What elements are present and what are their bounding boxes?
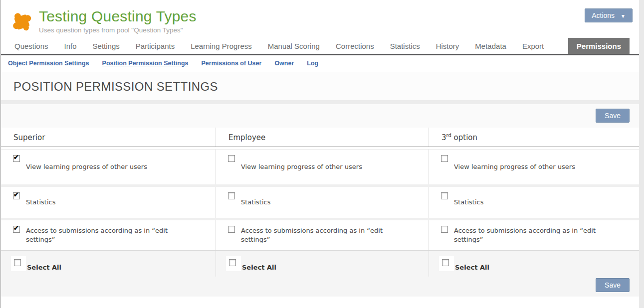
save-button-bottom[interactable]: Save <box>596 278 630 292</box>
title-block: Testing Questing Types Uses question typ… <box>39 8 197 34</box>
subtab-log[interactable]: Log <box>307 60 318 67</box>
cell-superior-access-submissions: ✔ Access to submissions according as in … <box>1 220 215 250</box>
tab-corrections[interactable]: Corrections <box>336 38 374 54</box>
checkbox-employee-access-submissions[interactable]: ✔ <box>228 226 235 233</box>
column-header-row: Superior Employee 3rd option <box>1 128 639 147</box>
permission-label: Statistics <box>26 198 55 207</box>
check-icon: ✔ <box>13 154 19 160</box>
actions-button[interactable]: Actions▼ <box>585 8 633 22</box>
section-heading: POSITION PERMISSION SETTINGS <box>13 80 639 94</box>
footer-band: ✔ Select All ✔ Select All ✔ Select All S… <box>1 250 639 297</box>
checkbox-employee-select-all[interactable]: ✔ <box>229 259 236 266</box>
column-header-employee: Employee <box>215 128 429 147</box>
permission-label: View learning progress of other users <box>241 162 362 171</box>
tab-manual-scoring[interactable]: Manual Scoring <box>268 38 320 54</box>
checkbox-3rd-view-progress[interactable]: ✔ <box>441 155 448 162</box>
heading-band: POSITION PERMISSION SETTINGS <box>1 72 639 100</box>
checkbox-3rd-select-all[interactable]: ✔ <box>442 259 449 266</box>
page: Testing Questing Types Uses question typ… <box>0 0 639 308</box>
actions-button-label: Actions <box>592 11 615 19</box>
select-all-checkbox-frame: ✔ <box>226 256 241 271</box>
checkbox-employee-statistics[interactable]: ✔ <box>228 192 235 199</box>
permission-label: View learning progress of other users <box>454 162 575 171</box>
cell-employee-select-all: ✔ Select All <box>215 251 429 277</box>
column-header-text: 3 <box>441 133 446 142</box>
subtab-object-permission-settings[interactable]: Object Permission Settings <box>8 60 89 67</box>
cell-superior-select-all: ✔ Select All <box>1 251 215 277</box>
permission-label: Access to submissions according as in “e… <box>26 226 191 244</box>
checkbox-employee-view-progress[interactable]: ✔ <box>228 155 235 162</box>
subtab-bar: Object Permission Settings Position Perm… <box>1 55 639 72</box>
column-header-rest: option <box>451 133 477 142</box>
permission-label: View learning progress of other users <box>26 162 147 171</box>
tab-settings[interactable]: Settings <box>93 38 120 54</box>
permission-label: Statistics <box>241 198 270 207</box>
tab-statistics[interactable]: Statistics <box>390 38 420 54</box>
cell-employee-statistics: ✔ Statistics <box>215 187 429 218</box>
puzzle-icon <box>9 9 34 34</box>
cell-3rd-statistics: ✔ Statistics <box>429 187 639 218</box>
column-header-3rd-option: 3rd option <box>429 128 639 147</box>
tab-history[interactable]: History <box>436 38 459 54</box>
column-header-sup: rd <box>446 133 451 138</box>
check-icon: ✔ <box>13 225 19 231</box>
tab-info[interactable]: Info <box>64 38 77 54</box>
column-header-text: Employee <box>228 133 265 142</box>
band-separator <box>1 100 639 104</box>
cell-3rd-select-all: ✔ Select All <box>429 251 639 277</box>
bottom-save-row: Save <box>1 277 639 297</box>
top-toolbar: Save <box>1 104 639 128</box>
select-all-label: Select All <box>455 260 489 271</box>
save-button-top[interactable]: Save <box>596 109 630 123</box>
tab-learning-progress[interactable]: Learning Progress <box>191 38 252 54</box>
tab-questions[interactable]: Questions <box>14 38 48 54</box>
cell-employee-view-progress: ✔ View learning progress of other users <box>215 150 429 184</box>
tab-bar: Questions Info Settings Participants Lea… <box>1 38 639 55</box>
checkbox-superior-access-submissions[interactable]: ✔ <box>13 226 20 233</box>
permission-label: Access to submissions according as in “e… <box>454 226 619 244</box>
subtab-permissions-of-user[interactable]: Permissions of User <box>202 60 262 67</box>
cell-superior-statistics: ✔ Statistics <box>1 187 215 218</box>
select-all-checkbox-frame: ✔ <box>439 256 454 271</box>
permission-row-statistics: ✔ Statistics ✔ Statistics ✔ Statistics <box>1 184 639 218</box>
subtab-position-permission-settings[interactable]: Position Permission Settings <box>102 60 189 67</box>
column-header-superior: Superior <box>1 128 215 147</box>
tab-permissions[interactable]: Permissions <box>568 38 630 54</box>
checkbox-superior-statistics[interactable]: ✔ <box>13 192 20 199</box>
select-all-checkbox-frame: ✔ <box>11 256 26 271</box>
object-subtitle: Uses question types from pool "Question … <box>39 26 197 34</box>
cell-3rd-view-progress: ✔ View learning progress of other users <box>429 150 639 184</box>
permission-label: Statistics <box>454 198 483 207</box>
check-icon: ✔ <box>13 191 19 198</box>
app-header: Testing Questing Types Uses question typ… <box>1 0 639 38</box>
select-all-row: ✔ Select All ✔ Select All ✔ Select All <box>1 251 639 277</box>
cell-employee-access-submissions: ✔ Access to submissions according as in … <box>215 220 429 250</box>
checkbox-3rd-access-submissions[interactable]: ✔ <box>441 226 448 233</box>
checkbox-3rd-statistics[interactable]: ✔ <box>441 192 448 199</box>
select-all-label: Select All <box>27 260 61 271</box>
column-header-text: Superior <box>13 133 45 142</box>
subtab-owner[interactable]: Owner <box>274 60 294 67</box>
chevron-down-icon: ▼ <box>621 13 626 19</box>
tab-participants[interactable]: Participants <box>136 38 175 54</box>
permission-label: Access to submissions according as in “e… <box>241 226 406 244</box>
cell-3rd-access-submissions: ✔ Access to submissions according as in … <box>429 220 639 250</box>
object-title: Testing Questing Types <box>39 8 197 25</box>
checkbox-superior-select-all[interactable]: ✔ <box>14 259 21 266</box>
tab-metadata[interactable]: Metadata <box>475 38 506 54</box>
cell-superior-view-progress: ✔ View learning progress of other users <box>1 150 215 184</box>
select-all-label: Select All <box>242 260 276 271</box>
checkbox-superior-view-progress[interactable]: ✔ <box>13 155 20 162</box>
tab-export[interactable]: Export <box>522 38 544 54</box>
permission-row-view-learning-progress: ✔ View learning progress of other users … <box>1 150 639 184</box>
permission-row-access-submissions: ✔ Access to submissions according as in … <box>1 218 639 250</box>
